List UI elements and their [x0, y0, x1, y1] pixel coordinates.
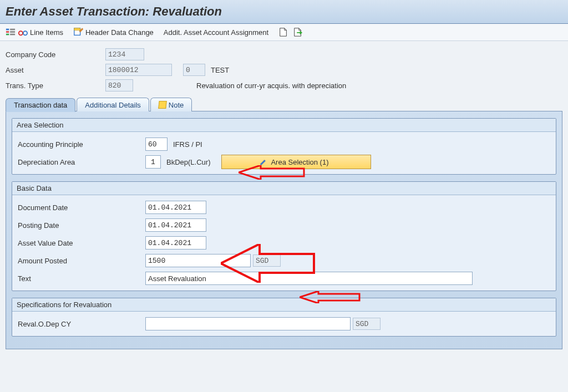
asset-label: Asset	[6, 66, 105, 74]
trans-type-field	[105, 79, 133, 91]
trans-type-desc: Revaluation of curr-yr acquis. with depr…	[196, 82, 346, 90]
accounting-principle-label: Accounting Principle	[18, 140, 145, 149]
reval-odep-cy-field[interactable]	[145, 317, 351, 330]
tab-additional-details-label: Additional Details	[85, 101, 140, 109]
toolbar: Line Items Header Data Change Addit. Ass…	[0, 24, 568, 41]
amount-posted-currency	[253, 254, 281, 267]
company-code-label: Company Code	[6, 50, 105, 59]
svg-rect-5	[10, 34, 15, 35]
amount-posted-field[interactable]	[145, 254, 251, 267]
title-bar: Enter Asset Transaction: Revaluation	[0, 0, 568, 24]
svg-point-6	[19, 31, 23, 35]
addit-asset-assignment-label: Addit. Asset Account Assignment	[164, 28, 268, 37]
depreciation-area-desc: BkDep(L.Cur)	[166, 158, 210, 166]
header-data-change-label: Header Data Change	[85, 28, 154, 37]
page-title: Enter Asset Transaction: Revaluation	[6, 4, 562, 19]
asset-field	[105, 64, 172, 76]
addit-asset-assignment-button[interactable]: Addit. Asset Account Assignment	[164, 28, 268, 37]
group-basic-data-title: Basic Data	[12, 182, 556, 195]
header-data-change-button[interactable]: Header Data Change	[73, 27, 154, 37]
svg-rect-4	[10, 31, 15, 33]
svg-point-7	[23, 31, 27, 35]
svg-rect-3	[10, 29, 15, 30]
header-change-icon	[73, 27, 83, 37]
page-icon	[278, 27, 288, 37]
group-specifications-title: Specifications for Revaluation	[12, 298, 556, 312]
page-forward-button[interactable]	[293, 27, 303, 37]
line-items-icon	[6, 27, 16, 37]
tab-transaction-data[interactable]: Transaction data	[6, 98, 75, 112]
line-items-button[interactable]: Line Items	[6, 27, 63, 37]
asset-value-date-field[interactable]	[145, 236, 206, 250]
page-new-button[interactable]	[278, 27, 288, 37]
amount-posted-label: Amount Posted	[18, 257, 145, 265]
area-selection-button-label: Area Selection (1)	[271, 158, 328, 166]
line-items-label: Line Items	[30, 28, 63, 37]
text-label: Text	[18, 274, 145, 283]
tab-body: Area Selection Accounting Principle IFRS…	[6, 111, 562, 349]
reval-odep-cy-label: Reval.O.Dep CY	[18, 320, 145, 328]
accounting-principle-desc: IFRS / PI	[173, 140, 202, 149]
tab-note-label: Note	[169, 101, 184, 109]
group-area-selection-title: Area Selection	[12, 119, 556, 132]
trans-type-label: Trans. Type	[6, 82, 105, 90]
document-date-field[interactable]	[145, 201, 206, 214]
tab-additional-details[interactable]: Additional Details	[77, 98, 149, 111]
area-selection-button[interactable]: Area Selection (1)	[221, 155, 371, 169]
tab-transaction-data-label: Transaction data	[14, 101, 67, 109]
company-code-field	[105, 48, 144, 60]
group-specifications: Specifications for Revaluation Reval.O.D…	[12, 298, 556, 337]
accounting-principle-field[interactable]	[145, 138, 168, 151]
posting-date-label: Posting Date	[18, 221, 145, 230]
svg-rect-10	[74, 28, 80, 30]
note-icon	[158, 101, 166, 109]
group-basic-data: Basic Data Document Date Posting Date As…	[12, 181, 556, 291]
tabstrip: Transaction data Additional Details Note	[6, 98, 562, 111]
depreciation-area-label: Depreciation Area	[18, 158, 145, 166]
glasses-icon	[18, 27, 28, 37]
document-date-label: Document Date	[18, 203, 145, 212]
page-forward-icon	[293, 27, 303, 37]
text-field[interactable]	[145, 272, 473, 285]
depreciation-area-field[interactable]	[145, 155, 161, 169]
asset-desc: TEST	[211, 66, 229, 74]
svg-rect-1	[6, 31, 9, 33]
header-form: Company Code Asset TEST Trans. Type Reva…	[0, 41, 568, 98]
pencil-icon	[260, 158, 267, 166]
svg-rect-2	[6, 34, 9, 35]
group-area-selection: Area Selection Accounting Principle IFRS…	[12, 118, 556, 175]
svg-rect-0	[6, 29, 9, 30]
tab-note[interactable]: Note	[150, 98, 192, 111]
reval-odep-cy-currency	[353, 318, 381, 330]
posting-date-field[interactable]	[145, 218, 206, 232]
tabs-container: Transaction data Additional Details Note…	[0, 98, 568, 355]
asset-value-date-label: Asset Value Date	[18, 239, 145, 247]
asset-sub-field	[183, 64, 205, 76]
